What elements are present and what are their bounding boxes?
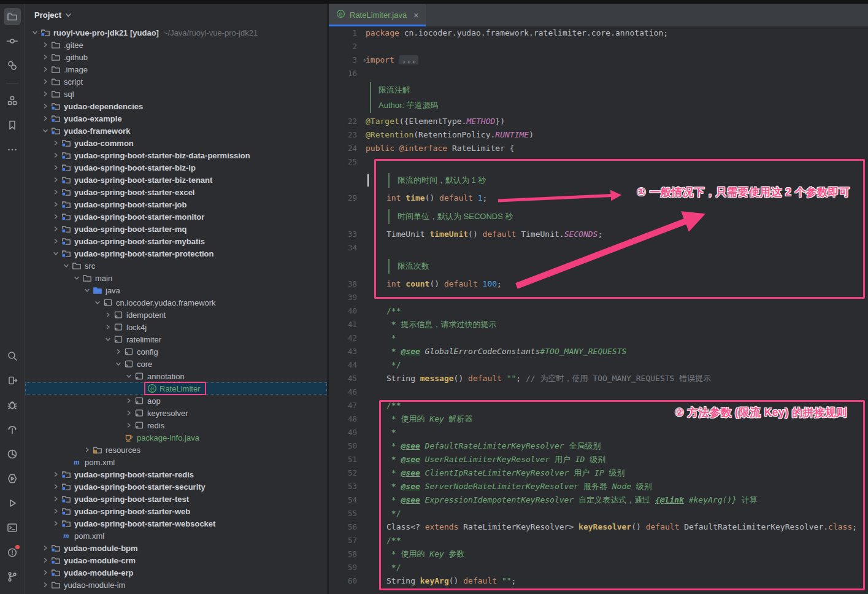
tree-row-lock4j[interactable]: lock4j (25, 321, 327, 333)
chevron-right-icon[interactable] (40, 52, 50, 62)
tree-row-yudao-module-bpm[interactable]: yudao-module-bpm (25, 542, 327, 554)
chevron-right-icon[interactable] (40, 64, 50, 74)
code-editor[interactable]: 1package cn.iocoder.yudao.framework.rate… (329, 26, 868, 594)
run-icon[interactable] (4, 495, 21, 512)
tree-row-pom-xml[interactable]: mpom.xml (25, 456, 327, 468)
code-line-43[interactable]: 43 * @see GlobalErrorCodeConstants#TOO_M… (329, 345, 868, 358)
tree-row-src[interactable]: src (25, 260, 327, 272)
debug-icon[interactable] (4, 396, 21, 414)
tree-row-yudao-example[interactable]: yudao-example (25, 112, 327, 125)
code-line-47[interactable]: 47/** (329, 399, 868, 412)
tab-ratelimiter-java[interactable]: @ RateLimiter.java × (329, 4, 426, 26)
tree-row-aop[interactable]: aop (25, 395, 327, 407)
chevron-down-icon[interactable] (103, 334, 113, 344)
code-line-60[interactable]: 60String keyArg() default ""; (329, 574, 868, 588)
tab-close-icon[interactable]: × (413, 11, 418, 20)
chevron-right-icon[interactable] (40, 555, 50, 565)
chevron-right-icon[interactable] (124, 396, 134, 406)
search-icon[interactable] (4, 347, 21, 364)
chevron-down-icon[interactable] (30, 28, 40, 37)
tree-row-ruoyi-vue-pro-jdk21-yudao-[interactable]: ruoyi-vue-pro-jdk21 [yudao]~/Java/ruoyi-… (25, 26, 327, 39)
build-icon[interactable] (4, 421, 21, 438)
project-folder-icon[interactable] (4, 8, 21, 25)
chevron-down-icon[interactable] (65, 10, 72, 21)
profiler-icon[interactable] (4, 446, 21, 463)
problems-icon[interactable] (4, 544, 21, 561)
tree-row-annotation[interactable]: annotation (25, 370, 327, 382)
chevron-right-icon[interactable] (51, 187, 61, 197)
code-line-52[interactable]: 52 * @see ClientIpRateLimiterKeyResolver… (329, 466, 868, 480)
tree-row-yudao-spring-boot-starter-biz-tenant[interactable]: yudao-spring-boot-starter-biz-tenant (25, 174, 327, 186)
code-line-25[interactable]: 25 (329, 155, 868, 169)
chevron-right-icon[interactable] (51, 519, 61, 528)
code-line-24[interactable]: 24public @interface RateLimiter { (329, 142, 868, 155)
chevron-right-icon[interactable] (82, 445, 92, 455)
chevron-down-icon[interactable] (61, 261, 71, 271)
tree-row-yudao-spring-boot-starter-excel[interactable]: yudao-spring-boot-starter-excel (25, 186, 327, 198)
chevron-right-icon[interactable] (40, 543, 50, 553)
chevron-right-icon[interactable] (51, 163, 61, 172)
tree-row-config[interactable]: config (25, 345, 327, 358)
tree-row-resources[interactable]: resources (25, 444, 327, 456)
chevron-right-icon[interactable] (103, 322, 113, 332)
tree-row--gitee[interactable]: .gitee (25, 39, 327, 51)
code-line-58[interactable]: 58 * 使用的 Key 参数 (329, 547, 868, 561)
tree-row-yudao-spring-boot-starter-job[interactable]: yudao-spring-boot-starter-job (25, 198, 327, 210)
chevron-right-icon[interactable] (51, 506, 61, 516)
chevron-right-icon[interactable] (40, 114, 50, 123)
code-line-53[interactable]: 53 * @see ServerNodeRateLimiterKeyResolv… (329, 480, 868, 493)
chevron-right-icon[interactable] (40, 580, 50, 590)
chevron-down-icon[interactable] (113, 359, 123, 369)
code-line-49[interactable]: 49 * (329, 426, 868, 439)
code-line-38[interactable]: 38int count() default 100; (329, 277, 868, 291)
code-line-51[interactable]: 51 * @see UserRateLimiterKeyResolver 用户 … (329, 453, 868, 466)
code-line-34[interactable]: 34 (329, 241, 868, 255)
code-line-46[interactable]: 46 (329, 385, 868, 399)
chevron-down-icon[interactable] (124, 371, 134, 381)
code-line-41[interactable]: 41 * 提示信息，请求过快的提示 (329, 318, 868, 331)
tree-row-pom-xml[interactable]: mpom.xml (25, 530, 327, 542)
tree-row-yudao-spring-boot-starter-biz-ip[interactable]: yudao-spring-boot-starter-biz-ip (25, 161, 327, 174)
code-line-1[interactable]: 1package cn.iocoder.yudao.framework.rate… (329, 26, 868, 40)
commit-icon[interactable] (4, 33, 21, 50)
chevron-right-icon[interactable] (51, 482, 61, 492)
code-line-39[interactable]: 39 (329, 291, 868, 304)
chevron-right-icon[interactable] (103, 310, 113, 320)
tree-row-yudao-module-erp[interactable]: yudao-module-erp (25, 566, 327, 579)
more-icon[interactable] (4, 141, 21, 158)
chevron-down-icon[interactable] (40, 126, 50, 136)
rendered-doc-comment[interactable]: 限流次数 (329, 255, 868, 277)
tree-row-sql[interactable]: sql (25, 88, 327, 100)
code-line-55[interactable]: 55 */ (329, 507, 868, 520)
code-line-59[interactable]: 59 */ (329, 561, 868, 574)
chevron-down-icon[interactable] (51, 249, 61, 258)
navigate-icon[interactable] (4, 372, 21, 389)
chevron-right-icon[interactable] (51, 224, 61, 234)
code-line-45[interactable]: 45String message() default ""; // 为空时，使用… (329, 372, 868, 385)
chevron-right-icon[interactable] (51, 199, 61, 209)
tree-row-yudao-spring-boot-starter-test[interactable]: yudao-spring-boot-starter-test (25, 493, 327, 505)
tree-row-yudao-spring-boot-starter-web[interactable]: yudao-spring-boot-starter-web (25, 505, 327, 517)
tree-row-yudao-spring-boot-starter-monitor[interactable]: yudao-spring-boot-starter-monitor (25, 210, 327, 223)
code-line-40[interactable]: 40/** (329, 304, 868, 318)
tree-row-yudao-spring-boot-starter-redis[interactable]: yudao-spring-boot-starter-redis (25, 468, 327, 480)
tree-row-yudao-spring-boot-starter-security[interactable]: yudao-spring-boot-starter-security (25, 480, 327, 493)
chevron-right-icon[interactable] (51, 494, 61, 504)
tree-row-yudao-module-im[interactable]: yudao-module-im (25, 579, 327, 591)
tree-row-ratelimiter[interactable]: @RateLimiter (25, 382, 327, 395)
code-line-48[interactable]: 48 * 使用的 Key 解析器 (329, 412, 868, 426)
chevron-right-icon[interactable] (124, 408, 134, 418)
code-line-44[interactable]: 44 */ (329, 358, 868, 372)
chevron-down-icon[interactable] (82, 285, 92, 295)
chevron-right-icon[interactable] (113, 347, 123, 357)
chevron-right-icon[interactable] (51, 138, 61, 148)
chevron-right-icon[interactable] (51, 175, 61, 185)
chevron-right-icon[interactable] (40, 89, 50, 99)
tree-row-yudao-spring-boot-starter-mq[interactable]: yudao-spring-boot-starter-mq (25, 223, 327, 235)
tree-row-script[interactable]: script (25, 75, 327, 88)
code-line-16[interactable]: 16 (329, 67, 868, 80)
tree-row-yudao-framework[interactable]: yudao-framework (25, 125, 327, 137)
tree-row-yudao-module-crm[interactable]: yudao-module-crm (25, 554, 327, 566)
tree-row-yudao-dependencies[interactable]: yudao-dependencies (25, 100, 327, 112)
chevron-right-icon[interactable] (40, 77, 50, 87)
